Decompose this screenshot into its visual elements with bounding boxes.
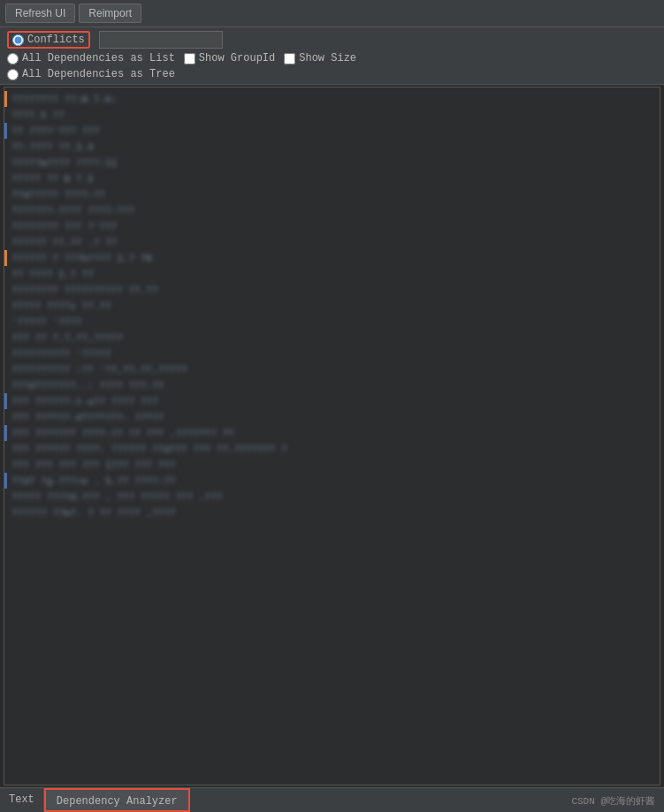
dep-item-text: ????? ?? 0 ?.5 (11, 173, 94, 185)
conflicts-radio-label[interactable]: Conflicts (7, 31, 90, 49)
list-item[interactable]: ?????? ? ???h???? 2.? ?0 (4, 250, 660, 266)
list-item[interactable]: ?????? ??.?? .? ?? (4, 234, 660, 250)
dep-item-text: ??-???? ??.3.4 (11, 141, 94, 153)
list-item[interactable]: ??? ?????? ????- ?????? ??d??? ??? ??.??… (4, 441, 660, 457)
list-item[interactable]: ??? ??????-d???????- ????? (4, 409, 660, 425)
list-item[interactable]: ?????m???? ????:11 (4, 155, 660, 171)
list-item[interactable]: ?? ????'??? ??? (4, 123, 660, 139)
conflicts-radio[interactable] (12, 34, 24, 46)
list-item[interactable]: ?? ???? 2.? ?? (4, 266, 660, 282)
options-row1: Conflicts (7, 31, 657, 49)
dep-item-text: ??? ??? ??? ??? 1??? ??? ??? (11, 459, 175, 471)
status-text: Text (0, 788, 44, 812)
dep-item-text: ???????? ?????????? ??.?? (11, 285, 158, 296)
dep-item-text: ?? ???? 2.? ?? (11, 269, 94, 280)
show-size-text: Show Size (299, 52, 356, 65)
dep-item-text: ?????????? :?? '??,??,??,????? (11, 364, 187, 376)
list-item[interactable]: ???????-???? ????:??? (4, 202, 660, 218)
list-item[interactable]: '????? '???? (4, 314, 660, 330)
show-groupid-checkbox[interactable] (184, 53, 195, 65)
all-list-radio-label[interactable]: All Dependencies as List (7, 52, 175, 65)
list-item[interactable]: ??-???? ??.3.4 (4, 139, 660, 155)
show-groupid-text: Show GroupId (199, 52, 275, 65)
conflicts-label: Conflicts (27, 34, 85, 46)
list-item[interactable]: ??? ??? ??? ??? 1??? ??? ??? (4, 457, 660, 473)
show-size-checkbox[interactable] (284, 53, 295, 65)
list-item[interactable]: ???????? ?????????? ??.?? (4, 282, 660, 298)
list-item[interactable]: ??? ??????-t-a?? ???? ??? (4, 393, 660, 409)
dependency-analyzer-tab[interactable]: Dependency Analyzer (44, 788, 190, 812)
dep-item-text: ?????? ? ???h???? 2.? ?0 (11, 253, 152, 264)
dep-item-text: ??d? ?g-???re . 5.?? ????:?? (11, 475, 175, 487)
dep-item-text: ???????? ??:0.7.6: (11, 94, 117, 105)
list-item[interactable]: ????.5 ?? (4, 107, 660, 123)
options-area: Conflicts All Dependencies as List Show … (0, 27, 664, 85)
list-item[interactable]: ??d? ?g-???re . 5.?? ????:?? (4, 473, 660, 489)
search-input[interactable] (99, 31, 223, 49)
dep-item-text: ??? ?? ?.?,??,????? (11, 332, 123, 344)
dep-item-text: ??d????? ????:?? (11, 189, 105, 201)
list-item[interactable]: ??? ??????? ????-?? ?? ??? ,??????? ?? (4, 425, 660, 441)
dep-item-text: '????? '???? (11, 316, 81, 328)
list-item[interactable]: ??? ?? ?.?,??,????? (4, 330, 660, 345)
list-item[interactable]: ????? ?? 0 ?.5 (4, 171, 660, 186)
list-item[interactable]: ??d????? ????:?? (4, 186, 660, 202)
list-item[interactable]: ?????????? '????? (4, 345, 660, 361)
reimport-button[interactable]: Reimport (79, 4, 141, 23)
dep-item-text: ?????????? '????? (11, 348, 111, 360)
toolbar: Refresh UI Reimport (0, 0, 664, 27)
list-item[interactable]: ???d???????..: ???? ???-?? (4, 377, 660, 393)
all-tree-radio[interactable] (7, 69, 19, 80)
all-list-radio[interactable] (7, 53, 19, 65)
csdn-credit: CSDN @吃海的虾酱 (562, 788, 664, 812)
all-tree-label: All Dependencies as Tree (22, 68, 175, 80)
status-bar: Text Dependency Analyzer CSDN @吃海的虾酱 (0, 787, 664, 812)
dependency-list-container[interactable]: ???????? ??:0.7.6:????.5 ???? ????'??? ?… (4, 87, 660, 785)
dep-item-text: ??? ??????? ????-?? ?? ??? ,??????? ?? (11, 428, 234, 439)
dependency-list: ???????? ??:0.7.6:????.5 ???? ????'??? ?… (4, 87, 660, 524)
dep-item-text: ???????? ??? ?'??? (11, 221, 117, 232)
dep-item-text: ?????? ??m?. ? ?? ???? ,???? (11, 507, 175, 519)
all-tree-radio-label[interactable]: All Dependencies as Tree (7, 68, 657, 80)
dep-item-text: ???????-???? ????:??? (11, 205, 134, 216)
list-item[interactable]: ???????? ??? ?'??? (4, 218, 660, 234)
refresh-ui-button[interactable]: Refresh UI (5, 4, 75, 23)
show-size-label[interactable]: Show Size (284, 52, 356, 65)
dep-item-text: ????? ????s ??.?? (11, 300, 111, 312)
dep-item-text: ?????m???? ????:11 (11, 157, 117, 169)
list-item[interactable]: ????? ????s ??.?? (4, 298, 660, 314)
dep-item-text: ??? ??????-d???????- ????? (11, 412, 164, 423)
dep-item-text: ????? ????d-??? , ??? ????? ??? ,??? (11, 491, 222, 503)
list-item[interactable]: ?????? ??m?. ? ?? ???? ,???? (4, 505, 660, 520)
dep-item-text: ??? ??????-t-a?? ???? ??? (11, 396, 158, 407)
dep-item-text: ?????? ??.?? .? ?? (11, 237, 117, 248)
dep-item-text: ?? ????'??? ??? (11, 125, 99, 137)
all-list-label: All Dependencies as List (22, 52, 175, 65)
list-item[interactable]: ????? ????d-??? , ??? ????? ??? ,??? (4, 489, 660, 505)
dep-item-text: ???d???????..: ???? ???-?? (11, 380, 164, 391)
list-item[interactable]: ?????????? :?? '??,??,??,????? (4, 361, 660, 377)
dep-item-text: ??? ?????? ????- ?????? ??d??? ??? ??.??… (11, 444, 286, 455)
options-row2: All Dependencies as List Show GroupId Sh… (7, 52, 657, 65)
options-row3: All Dependencies as Tree (7, 68, 657, 80)
list-item[interactable]: ???????? ??:0.7.6: (4, 91, 660, 107)
dep-item-text: ????.5 ?? (11, 110, 65, 121)
show-groupid-label[interactable]: Show GroupId (184, 52, 275, 65)
